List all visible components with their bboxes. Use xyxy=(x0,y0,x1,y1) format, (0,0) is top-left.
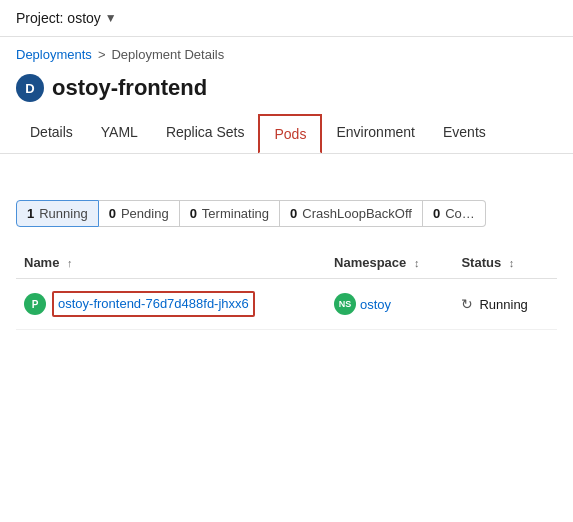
page-title: ostoy-frontend xyxy=(52,75,207,101)
table-header-row: Name ↑ Namespace ↕ Status ↕ xyxy=(16,247,557,279)
col-header-status[interactable]: Status ↕ xyxy=(453,247,557,279)
pending-count: 0 xyxy=(109,206,116,221)
status-filter-running[interactable]: 1 Running xyxy=(16,200,99,227)
tab-environment[interactable]: Environment xyxy=(322,114,429,154)
breadcrumb-current: Deployment Details xyxy=(111,47,224,62)
status-filter-other[interactable]: 0 Co… xyxy=(423,200,486,227)
other-count: 0 xyxy=(433,206,440,221)
breadcrumb-separator: > xyxy=(98,47,106,62)
tab-pods[interactable]: Pods xyxy=(258,114,322,154)
pods-table: Name ↑ Namespace ↕ Status ↕ P xyxy=(16,247,557,330)
status-filter-terminating[interactable]: 0 Terminating xyxy=(180,200,280,227)
pods-table-container: Name ↑ Namespace ↕ Status ↕ P xyxy=(0,235,573,342)
table-row: P ostoy-frontend-76d7d488fd-jhxx6 NS ost… xyxy=(16,279,557,330)
running-label: Running xyxy=(39,206,87,221)
page-title-row: D ostoy-frontend xyxy=(0,66,573,114)
tab-details[interactable]: Details xyxy=(16,114,87,154)
col-header-namespace[interactable]: Namespace ↕ xyxy=(326,247,453,279)
namespace-link[interactable]: ostoy xyxy=(360,297,391,312)
pod-type-icon: P xyxy=(24,293,46,315)
terminating-count: 0 xyxy=(190,206,197,221)
deployment-icon: D xyxy=(16,74,44,102)
sort-name-icon[interactable]: ↑ xyxy=(67,257,73,269)
tab-events[interactable]: Events xyxy=(429,114,500,154)
other-label: Co… xyxy=(445,206,475,221)
status-label: Running xyxy=(479,297,527,312)
status-filter-crashloop[interactable]: 0 CrashLoopBackOff xyxy=(280,200,423,227)
namespace-icon: NS xyxy=(334,293,356,315)
running-count: 1 xyxy=(27,206,34,221)
top-bar: Project: ostoy ▼ xyxy=(0,0,573,37)
status-cell: ↻ Running xyxy=(453,279,557,330)
terminating-label: Terminating xyxy=(202,206,269,221)
crashloop-count: 0 xyxy=(290,206,297,221)
pod-name-cell: P ostoy-frontend-76d7d488fd-jhxx6 xyxy=(16,279,326,330)
project-label: Project: ostoy xyxy=(16,10,101,26)
breadcrumb: Deployments > Deployment Details xyxy=(0,37,573,66)
col-header-name[interactable]: Name ↑ xyxy=(16,247,326,279)
tabs-bar: Details YAML Replica Sets Pods Environme… xyxy=(0,114,573,154)
breadcrumb-deployments-link[interactable]: Deployments xyxy=(16,47,92,62)
sort-status-icon[interactable]: ↕ xyxy=(509,257,515,269)
tab-content-spacer xyxy=(0,154,573,184)
project-dropdown-icon[interactable]: ▼ xyxy=(105,11,117,25)
status-filter-pending[interactable]: 0 Pending xyxy=(99,200,180,227)
status-sync-icon: ↻ xyxy=(461,296,473,312)
status-filter-bar: 1 Running 0 Pending 0 Terminating 0 Cras… xyxy=(0,184,573,235)
namespace-cell: NS ostoy xyxy=(326,279,453,330)
pending-label: Pending xyxy=(121,206,169,221)
tab-yaml[interactable]: YAML xyxy=(87,114,152,154)
tab-replica-sets[interactable]: Replica Sets xyxy=(152,114,259,154)
pod-name-link[interactable]: ostoy-frontend-76d7d488fd-jhxx6 xyxy=(52,291,255,317)
sort-namespace-icon[interactable]: ↕ xyxy=(414,257,420,269)
crashloop-label: CrashLoopBackOff xyxy=(302,206,412,221)
